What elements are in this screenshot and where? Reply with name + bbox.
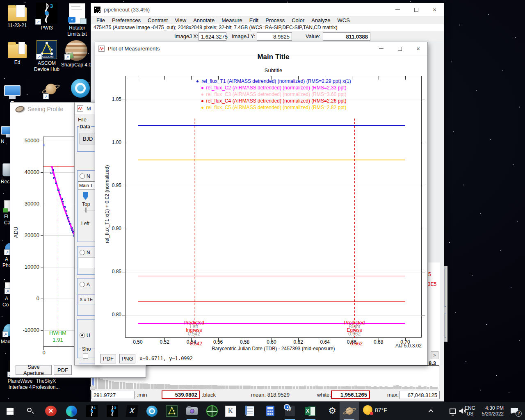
histogram-bar [265, 386, 267, 389]
radio-use-y[interactable]: U [80, 331, 90, 339]
menu-contrast[interactable]: Contrast [148, 17, 168, 23]
histogram-bar [106, 380, 108, 389]
y-tick-label: 10000 [20, 264, 39, 270]
menu-measure[interactable]: Measure [221, 17, 242, 23]
white-value-box[interactable]: 1,956.1265 [331, 390, 370, 399]
starfield-thumbnail-icon [94, 7, 100, 13]
search-icon[interactable] [24, 404, 37, 418]
desktop-icon-ascom-device-hub[interactable]: ASCOM ↗ ASCOM Device Hub [31, 40, 62, 73]
radio-none-title[interactable]: N [80, 172, 90, 180]
desktop-icon-saturn-app[interactable]: ↗ [35, 79, 66, 96]
min-value-box[interactable]: 291.9727 [91, 391, 135, 399]
histogram-bar [393, 386, 396, 389]
menu-preferences[interactable]: Preferences [112, 17, 141, 23]
histogram-bar [290, 386, 292, 389]
taskbar-edge-icon[interactable] [65, 404, 78, 418]
histogram-bar [109, 381, 111, 389]
histogram-bar [137, 383, 139, 389]
text-file-icon: » [69, 3, 85, 24]
aperture-icon [15, 106, 24, 112]
data-point [52, 169, 54, 171]
taskbar-settings-gear-icon[interactable]: ⚙ [326, 404, 339, 418]
max-value-box[interactable]: 67,048.3125 [399, 391, 440, 399]
taskbar-astroimagej-icon[interactable] [165, 404, 178, 418]
transit-marker-line [354, 119, 355, 338]
taskbar-kstars-icon[interactable]: K [224, 404, 237, 418]
y-tick-label: -10000 [20, 327, 39, 333]
taskbar-theskyx-icon[interactable]: X [126, 404, 139, 418]
y-tick-mark [122, 143, 126, 143]
x-tick-label: 0.58 [237, 339, 253, 345]
scrollbar-right-arrow[interactable]: > [431, 351, 438, 359]
maximize-button[interactable] [407, 3, 425, 16]
desktop-icon-label: ASCOM Device Hub [31, 60, 62, 73]
start-button[interactable] [3, 404, 16, 418]
data-point [67, 217, 69, 219]
menu-wcs[interactable]: WCS [337, 17, 349, 23]
taskbar-clock-app-icon[interactable]: W [283, 404, 297, 418]
menu-analyze[interactable]: Analyze [311, 17, 330, 23]
show-checkbox[interactable] [83, 354, 88, 359]
radio-none-x[interactable]: N [80, 249, 90, 256]
histogram-bar [427, 387, 429, 389]
main-title-input[interactable] [78, 181, 98, 189]
pdf-button[interactable]: PDF [100, 354, 116, 363]
pixel-value[interactable]: 811.0388 [323, 32, 370, 41]
gridline [126, 186, 422, 186]
save-aperture-button[interactable]: Save Aperture [16, 365, 52, 375]
taskbar-excel-icon[interactable]: X [304, 404, 317, 418]
desktop-icon-pwi3[interactable]: 3 ↗ PWI3 [31, 2, 62, 31]
histogram-bar [120, 382, 122, 389]
menu-color[interactable]: Color [292, 17, 304, 23]
taskbar-camera-app-icon[interactable] [185, 404, 199, 418]
black-value-box[interactable]: 539.0802 [162, 390, 200, 399]
menu-view[interactable]: View [175, 17, 186, 23]
desktop-icon-11-23-21[interactable]: 11-23-21 [2, 4, 33, 29]
close-button[interactable]: ✕ [425, 3, 444, 16]
taskbar-calculator-icon[interactable] [264, 404, 277, 418]
taskbar-pwi3-icon[interactable]: 3 [106, 404, 119, 418]
histogram-bar [217, 386, 220, 389]
png-button[interactable]: PNG [119, 354, 135, 363]
y-tick-label: 40000 [20, 169, 39, 175]
histogram-bar [203, 385, 206, 389]
taskbar-phd2-icon[interactable] [205, 404, 219, 418]
data-point [69, 223, 71, 225]
desktop-icon-ed[interactable]: Ed [2, 41, 33, 66]
bjd-button[interactable]: BJD [80, 133, 96, 144]
y-tick-label: 1.05 [106, 96, 121, 102]
taskbar-redx-app-icon[interactable]: ✕ [44, 404, 57, 418]
menu-process[interactable]: Process [265, 17, 285, 23]
white-label: white: [317, 392, 331, 398]
tray-clock[interactable]: 4:30 PM 5/20/2022 [478, 405, 504, 417]
left-slider-thumb[interactable] [85, 208, 87, 212]
histogram-bar [296, 386, 298, 389]
tray-chevron-up-icon[interactable] [425, 404, 438, 418]
imagej-x-value[interactable]: 1,624.3275 [199, 32, 226, 41]
aij-plot-icon [77, 105, 83, 112]
imagej-y-value[interactable]: 8.9825 [257, 32, 292, 41]
minimize-button[interactable] [388, 3, 407, 16]
tray-language-indicator[interactable]: ENG US [463, 405, 477, 417]
radio-auto-x[interactable]: A [80, 281, 90, 288]
y-tick-mark [41, 141, 43, 141]
seeing-pdf-button[interactable]: PDF [54, 365, 72, 375]
x-tick-label: 0.52 [156, 339, 173, 345]
taskbar-blue-ring-icon[interactable] [145, 404, 158, 418]
desktop-icon-rotator-limits[interactable]: » Rotator Limits.txt [62, 3, 93, 37]
y-tick-label: 30000 [20, 201, 39, 207]
taskbar-pwi4-icon[interactable]: 4 [85, 404, 98, 418]
taskbar-saturn-app-icon[interactable] [343, 404, 356, 418]
menu-file[interactable]: File [96, 17, 105, 23]
histogram-bar [162, 384, 164, 389]
menu-annotate[interactable]: Annotate [193, 17, 215, 23]
y-tick-mark [422, 100, 425, 100]
desktop-icon-sharpcap[interactable]: ↗ SharpCap 4.0 [61, 40, 92, 68]
tray-notifications-icon[interactable]: 2 [508, 404, 521, 418]
weather-tray-item[interactable]: 87°F [363, 405, 387, 415]
x-min-input[interactable] [78, 258, 98, 268]
histogram-bar [139, 383, 142, 389]
menu-edit[interactable]: Edit [249, 17, 258, 23]
taskbar-notepad-icon[interactable] [244, 404, 257, 418]
pipelineout-titlebar[interactable]: pipelineout (33.4%) ✕ [91, 3, 444, 16]
